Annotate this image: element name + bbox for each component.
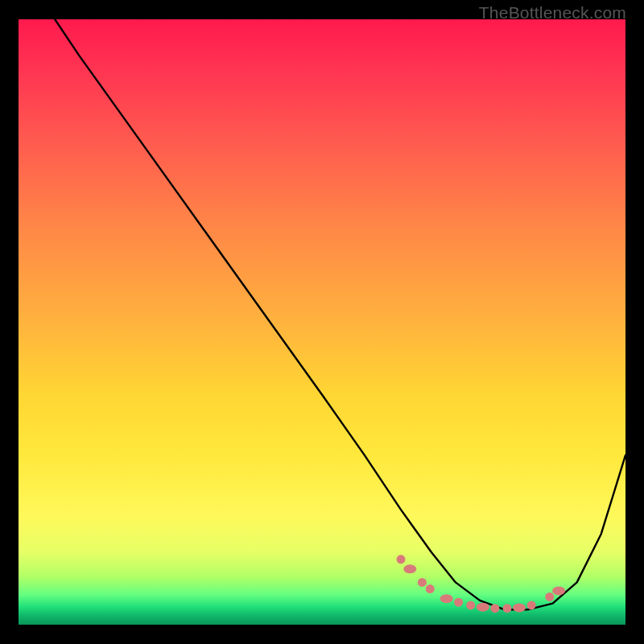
marker-dot	[403, 564, 416, 573]
marker-dot	[513, 603, 526, 612]
marker-dot	[454, 598, 463, 607]
marker-dot	[545, 592, 554, 601]
chart-svg	[19, 19, 625, 625]
bottleneck-curve	[55, 19, 625, 609]
marker-dot	[552, 586, 565, 595]
marker-dot	[477, 603, 489, 612]
marker-dot	[490, 604, 499, 613]
marker-dot	[440, 594, 453, 603]
chart-stage: TheBottleneck.com	[0, 0, 644, 644]
marker-dot	[466, 601, 475, 609]
marker-dot	[503, 604, 512, 613]
marker-dot	[527, 601, 536, 609]
marker-dot	[397, 555, 406, 564]
plot-area	[19, 19, 625, 625]
marker-dot	[426, 584, 435, 593]
marker-cluster	[397, 555, 566, 613]
marker-dot	[418, 578, 427, 587]
